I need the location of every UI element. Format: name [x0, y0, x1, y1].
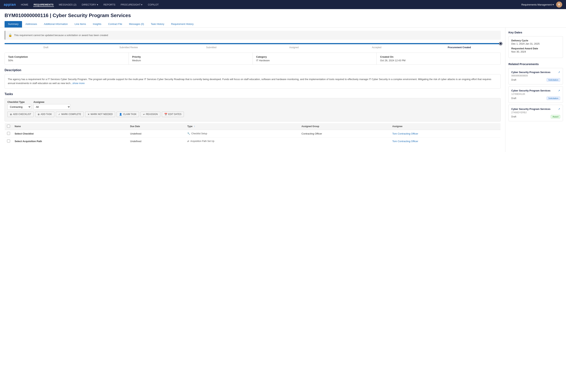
ext-link-icon-0[interactable]: ↗ — [558, 71, 560, 74]
page-header: BYM010000000116 | Cyber Security Program… — [0, 9, 566, 28]
row2-checkbox[interactable] — [7, 140, 10, 142]
row1-checkbox[interactable] — [7, 132, 10, 135]
procurement-badge-0: Solicitation — [547, 78, 560, 82]
col-name: Name — [12, 123, 128, 130]
col-assigned-group: Assigned Group — [299, 123, 390, 130]
tab-summary[interactable]: Summary — [5, 21, 22, 28]
tasks-table: Name Due Date Type ↑ Assigned Group Assi… — [5, 123, 501, 145]
select-all-checkbox[interactable] — [7, 125, 10, 128]
add-task-icon: ⊕ — [38, 113, 40, 116]
lock-icon: 🔒 — [8, 33, 12, 37]
assignee-select[interactable]: All Tom Contracting Officer — [33, 104, 71, 110]
procurement-title-1: Cyber Security Program Services — [511, 89, 551, 92]
procurement-footer-2: Draft Award — [511, 115, 560, 118]
nav-home[interactable]: HOME — [20, 2, 29, 7]
procurement-header-1: Cyber Security Program Services ↗ — [511, 89, 560, 92]
sidebar: Key Dates Delivery Cycle Dec 1, 2024 Jan… — [505, 28, 566, 152]
edit-dates-icon: 📅 — [164, 113, 167, 116]
avatar[interactable]: R — [556, 1, 562, 8]
tab-additional-information[interactable]: Additional Information — [41, 21, 71, 28]
created-on-value: Oct 28, 2024 12:43 PM — [380, 59, 497, 62]
progress-section: Draft Submitted Review Submitted Assigne… — [5, 43, 501, 49]
tab-addresses[interactable]: Addresses — [22, 21, 41, 28]
info-card-priority: Priority Medium — [129, 53, 253, 65]
nav-reports[interactable]: REPORTS — [103, 2, 116, 7]
row2-assignee-link[interactable]: Tom Contracting Officer — [392, 140, 418, 143]
row1-assignee-link[interactable]: Tom Contracting Officer — [392, 132, 418, 135]
row2-type-icon: ⇄ — [187, 140, 189, 142]
requested-award-date-item: Requested Award Date Nov 30, 2024 — [511, 47, 560, 53]
row1-due-date: Undefined — [128, 130, 185, 137]
add-checklist-button[interactable]: ⊕ ADD CHECKLIST — [7, 112, 34, 117]
tab-insights[interactable]: Insights — [89, 21, 105, 28]
procurement-badge-2: Award — [551, 115, 560, 118]
ext-link-icon-2[interactable]: ↗ — [558, 108, 560, 111]
tab-task-history[interactable]: Task History — [147, 21, 168, 28]
app-logo[interactable]: appian — [4, 3, 16, 7]
nav-messages[interactable]: MESSAGES (2) — [59, 2, 77, 7]
delivery-cycle-label: Delivery Cycle — [511, 39, 560, 42]
progress-dot — [499, 42, 502, 45]
row2-due-date: Undefined — [128, 137, 185, 145]
created-on-label: Created On — [380, 56, 497, 58]
mark-not-needed-button[interactable]: ✕ MARK NOT NEEDED — [85, 112, 115, 117]
tasks-table-body: Select Checklist Undefined 🔧 Checklist S… — [5, 130, 501, 145]
checklist-type-label: Checklist Type — [7, 100, 31, 103]
ext-link-icon-1[interactable]: ↗ — [558, 89, 560, 92]
edit-dates-label: EDIT DATES — [168, 113, 181, 115]
procurement-status-0: Draft — [511, 79, 516, 81]
edit-dates-button[interactable]: 📅 EDIT DATES — [162, 112, 184, 117]
nav-requirements[interactable]: REQUIREMENTS — [33, 2, 54, 7]
step-submitted-review: Submitted Review — [87, 46, 170, 49]
tab-requirement-history[interactable]: Requirement History — [168, 21, 197, 28]
col-type[interactable]: Type ↑ — [185, 123, 299, 130]
filter-group-checklist: Checklist Type Contracting All — [7, 100, 31, 110]
info-card-category: Category IT Hardware — [253, 53, 377, 65]
type-sort-icon[interactable]: ↑ — [194, 125, 195, 128]
nav-procuresight[interactable]: PROCURESIGHT ▾ — [120, 2, 143, 7]
step-draft: Draft — [5, 46, 87, 49]
mark-complete-icon: ✓ — [58, 113, 60, 116]
nav-left: appian HOME REQUIREMENTS MESSAGES (2) DI… — [4, 2, 159, 7]
main-content: 🔒 This requirement cannot be updated bec… — [0, 28, 505, 152]
tab-messages[interactable]: Messages (0) — [126, 21, 147, 28]
alert-banner: 🔒 This requirement cannot be updated bec… — [5, 31, 501, 40]
procurement-badge-1: Solicitation — [547, 97, 560, 100]
reassign-icon: ↩ — [143, 113, 145, 116]
row2-type-cell: ⇄ Acquisition Path Set Up — [187, 140, 297, 142]
tab-bar: Summary Addresses Additional Information… — [5, 21, 561, 28]
description-section-title: Description — [5, 69, 501, 72]
procurement-header-2: Cyber Security Program Services ↗ — [511, 108, 560, 111]
filter-group-assignee: Assignee All Tom Contracting Officer — [33, 100, 71, 110]
nav-directory[interactable]: DIRECTORY ▾ — [81, 2, 98, 7]
content-area: 🔒 This requirement cannot be updated bec… — [0, 28, 566, 152]
tasks-section: Tasks Checklist Type Contracting All — [5, 92, 501, 145]
info-card-task-completion: Task Completion 50% — [5, 53, 129, 65]
row1-name: Select Checklist — [12, 130, 128, 137]
info-card-created-on: Created On Oct 28, 2024 12:43 PM — [377, 53, 500, 65]
checklist-type-select[interactable]: Contracting All — [7, 104, 31, 110]
claim-task-icon: 👤 — [119, 113, 122, 116]
info-cards: Task Completion 50% Priority Medium Cate… — [5, 53, 501, 65]
tasks-section-title: Tasks — [5, 92, 501, 96]
add-task-label: ADD TASK — [41, 113, 52, 115]
show-more-link[interactable]: ...show more — [71, 82, 85, 85]
claim-task-button[interactable]: 👤 CLAIM TASK — [117, 112, 139, 117]
step-procurement-created: Procurement Created — [418, 46, 501, 49]
mark-complete-button[interactable]: ✓ MARK COMPLETE — [56, 112, 84, 117]
task-completion-value: 50% — [8, 59, 125, 62]
procurement-footer-0: Draft Solicitation — [511, 78, 560, 82]
nav-copilot[interactable]: COPILOT — [147, 2, 159, 7]
procurement-title-0: Cyber Security Program Services — [511, 71, 551, 74]
tasks-toolbar: ⊕ ADD CHECKLIST ⊕ ADD TASK ✓ MARK COMPLE… — [7, 112, 498, 117]
row1-type-name: Checklist Setup — [191, 132, 207, 135]
tab-line-items[interactable]: Line Items — [71, 21, 89, 28]
reassign-button[interactable]: ↩ REASSIGN — [141, 112, 160, 117]
tab-contract-file[interactable]: Contract File — [105, 21, 126, 28]
delivery-cycle-item: Delivery Cycle Dec 1, 2024 Jan 31, 2025 — [511, 39, 560, 45]
procurement-status-1: Draft — [511, 97, 516, 100]
app-title-link[interactable]: Requirements Management ▾ — [521, 3, 554, 6]
reassign-label: REASSIGN — [146, 113, 158, 115]
claim-task-label: CLAIM TASK — [123, 113, 136, 115]
add-task-button[interactable]: ⊕ ADD TASK — [35, 112, 54, 117]
